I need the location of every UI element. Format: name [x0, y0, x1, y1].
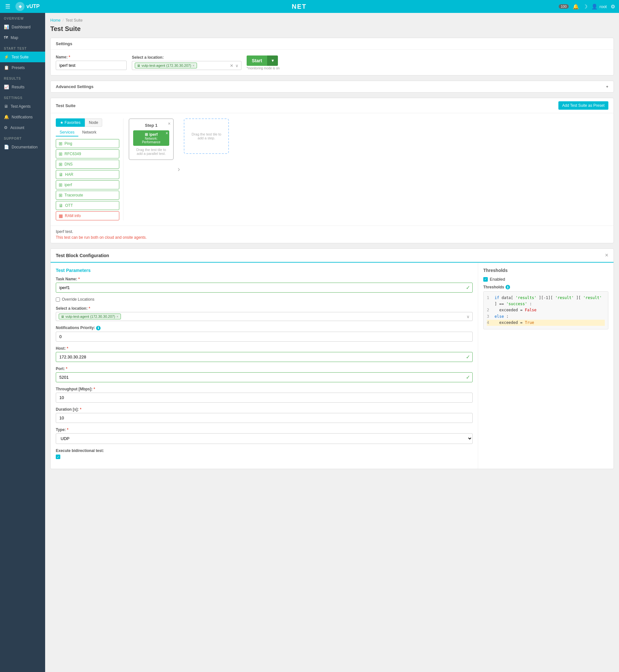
dashboard-icon: 📊 [4, 24, 9, 29]
location-select-wrapper[interactable]: 🖥 vutp-test-agent (172.30.30.207) × ✕ ∨ [132, 61, 242, 70]
override-locations-checkbox[interactable] [56, 297, 60, 302]
code-line-1: 1 if data[ 'results' ][-1][ 'result' ][ … [487, 295, 605, 307]
host-check-icon: ✓ [466, 354, 470, 360]
iperf-step-sublabel: Network: Performance [136, 137, 166, 144]
tile-ram-info[interactable]: ▦ RAM info [56, 211, 119, 220]
sidebar-item-account[interactable]: ⚙ Account [0, 122, 45, 133]
config-location-required: * [89, 306, 90, 311]
sub-tab-services[interactable]: Services [56, 129, 78, 136]
breadcrumb: Home / Test Suite [50, 18, 614, 22]
start-button[interactable]: Start [247, 56, 267, 66]
sidebar-item-test-agents[interactable]: 🖥 Test Agents [0, 101, 45, 112]
presets-icon: 📋 [4, 65, 9, 70]
threshold-enabled-row: ✓ Enabled [483, 277, 608, 282]
throughput-input[interactable] [56, 392, 473, 403]
tile-dns-label: DNS [64, 162, 73, 167]
name-input[interactable] [56, 61, 127, 70]
location-label: Select a location: [132, 55, 242, 60]
settings-icon[interactable]: ⚙ [611, 4, 615, 10]
config-location-wrapper[interactable]: 🖥 vutp-test-agent (172.30.30.207) × ∨ [56, 312, 473, 321]
task-name-group: Task Name: * ✓ [56, 277, 473, 293]
moon-icon[interactable]: ☽ [583, 4, 588, 10]
add-preset-button[interactable]: Add Test Suite as Preset [558, 101, 608, 110]
override-locations-checkbox-label[interactable]: Override Locations [56, 297, 473, 302]
config-location-chevron-icon[interactable]: ∨ [467, 314, 470, 319]
step-1-close-btn[interactable]: × [168, 121, 170, 126]
override-locations-group: Override Locations [56, 297, 473, 302]
iperf-step-tile[interactable]: × ⊞ iperf Network: Performance [133, 130, 169, 146]
port-label: Port: * [56, 366, 473, 371]
iperf-step-close-btn[interactable]: × [166, 131, 168, 135]
code-line-num-2: 2 [487, 307, 492, 313]
sidebar-item-test-suite[interactable]: ⚡ Test Suite [0, 52, 45, 62]
notifications-priority-info-icon: ℹ [96, 326, 100, 330]
tile-ping[interactable]: ⊞ Ping [56, 139, 119, 148]
breadcrumb-home[interactable]: Home [50, 18, 61, 22]
location-chevron-icon[interactable]: ∨ [235, 63, 238, 68]
sidebar-item-results[interactable]: 📈 Results [0, 82, 45, 92]
throughput-label: Throughput [Mbps]: * [56, 387, 473, 391]
navbar: ☰ ◈ vUTP NET 100 🔔 ☽ 👤 root ⚙ [0, 0, 619, 13]
code-line-2: 2 exceeded = False [487, 307, 605, 313]
bell-icon[interactable]: 🔔 [572, 4, 579, 10]
tile-har[interactable]: 🖥 HAR [56, 170, 119, 179]
iperf-step-tile-content: ⊞ iperf [136, 132, 166, 137]
notifications-priority-label: Notifications Priority: ℹ [56, 325, 473, 330]
host-input[interactable] [56, 352, 473, 362]
traceroute-icon: ⊞ [59, 193, 63, 198]
navbar-logo: ◈ vUTP [15, 2, 40, 11]
location-tag-remove[interactable]: × [193, 64, 194, 67]
tab-node[interactable]: Node [85, 118, 102, 127]
results-icon: 📈 [4, 84, 9, 89]
user-menu[interactable]: 👤 root [591, 4, 607, 10]
port-input[interactable] [56, 372, 473, 382]
host-group: Host: * ✓ [56, 346, 473, 362]
duration-input[interactable] [56, 413, 473, 423]
hamburger-button[interactable]: ☰ [4, 2, 12, 11]
notifications-priority-input[interactable] [56, 332, 473, 342]
config-close-btn[interactable]: × [605, 252, 608, 259]
settings-row: Name: * Select a location: 🖥 vutp-test-a… [56, 55, 608, 70]
tab-favorites[interactable]: ★ Favorites [56, 118, 85, 127]
location-clear-btn[interactable]: ✕ [230, 63, 233, 68]
advanced-settings-label: Advanced Settings [56, 84, 93, 89]
code-line-4: 4 exceeded = True [487, 320, 605, 326]
tile-dns[interactable]: ⊞ DNS [56, 160, 119, 169]
type-select[interactable]: UDP TCP [56, 433, 473, 444]
sidebar-item-map[interactable]: 🗺 Map [0, 32, 45, 43]
tile-ott[interactable]: 🖥 OTT [56, 201, 119, 210]
tile-rfc6349[interactable]: ⊞ RFC6349 [56, 149, 119, 159]
sidebar-item-notifications[interactable]: 🔔 Notifications [0, 112, 45, 122]
info-title: Iperf test. [56, 229, 608, 234]
logo-text: vUTP [26, 4, 40, 9]
sidebar-label-documentation: Documentation [12, 145, 38, 149]
tab-group: ★ Favorites Node [56, 118, 119, 127]
threshold-enabled-checkbox[interactable]: ✓ [483, 277, 488, 282]
tile-iperf[interactable]: ⊞ iperf [56, 180, 119, 189]
start-dropdown-arrow[interactable]: ▼ [267, 56, 278, 66]
config-panel: Test Block Configuration × Test Paramete… [50, 248, 614, 469]
bidirectional-checkbox[interactable]: ✓ [56, 454, 60, 459]
config-location-tag-remove[interactable]: × [116, 314, 118, 318]
navbar-brand: NET [292, 3, 306, 10]
sub-tab-network[interactable]: Network [78, 129, 100, 136]
sidebar-item-dashboard[interactable]: 📊 Dashboard [0, 21, 45, 32]
location-tag-text: vutp-test-agent (172.30.30.207) [142, 64, 191, 67]
logo-icon: ◈ [15, 2, 24, 11]
config-location-tag: 🖥 vutp-test-agent (172.30.30.207) × [59, 314, 121, 319]
name-group: Name: * [56, 55, 127, 70]
sidebar-item-documentation[interactable]: 📄 Documentation [0, 142, 45, 152]
threshold-label-row: Thresholds ℹ [483, 285, 608, 289]
tag-icon: 🖥 [137, 64, 140, 67]
credits-badge: 100 [559, 4, 568, 9]
sidebar-label-results: Results [12, 85, 24, 89]
port-group: Port: * ✓ [56, 366, 473, 382]
host-label: Host: * [56, 346, 473, 351]
config-params-title: Test Parameters [56, 268, 473, 273]
task-name-input[interactable] [56, 283, 473, 293]
sidebar-item-presets[interactable]: 📋 Presets [0, 62, 45, 73]
empty-step-box[interactable]: Drag the test tile to add a step. [184, 118, 229, 154]
step-1-drop-hint: Drag the test tile to add a parallel tes… [133, 148, 169, 156]
tile-traceroute[interactable]: ⊞ Traceroute [56, 191, 119, 200]
advanced-settings-row[interactable]: Advanced Settings + [50, 81, 614, 93]
